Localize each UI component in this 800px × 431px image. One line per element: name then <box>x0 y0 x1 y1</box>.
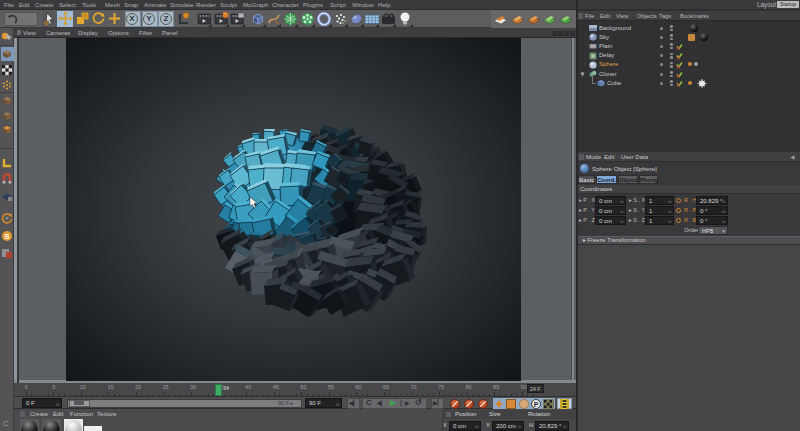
svg-text:S: S <box>4 232 10 241</box>
